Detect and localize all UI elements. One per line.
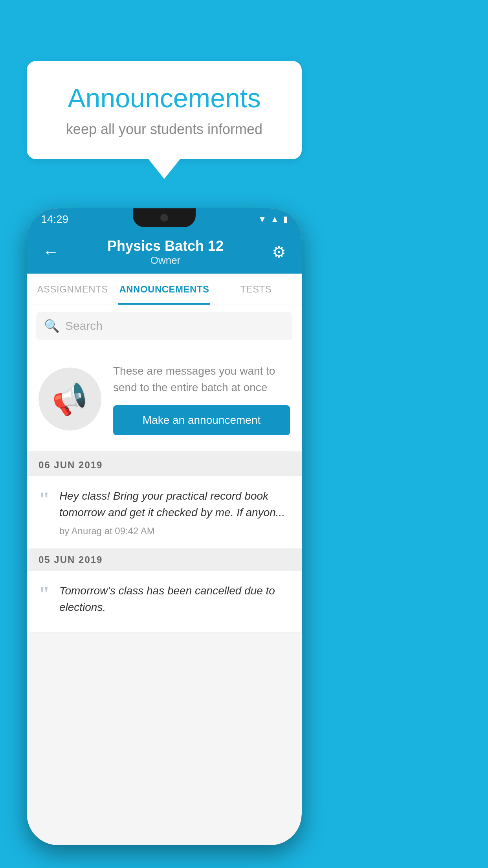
phone-screen: 14:29 ▼ ▲ ▮ ← Physics Batch 12 Owner ⚙ A… (27, 208, 302, 845)
tab-tests[interactable]: TESTS (210, 274, 302, 305)
announcement-content-1: Hey class! Bring your practical record b… (59, 488, 290, 537)
announcement-text-2: Tomorrow's class has been cancelled due … (59, 583, 290, 616)
speech-bubble-container: Announcements keep all your students inf… (27, 61, 302, 179)
speech-bubble-tail (149, 159, 180, 179)
phone-notch (133, 208, 196, 227)
status-time: 14:29 (41, 213, 68, 226)
quote-icon-1: " (39, 489, 50, 510)
speech-bubble: Announcements keep all your students inf… (27, 61, 302, 159)
search-input-wrapper[interactable]: 🔍 Search (36, 312, 292, 340)
back-button[interactable]: ← (39, 239, 63, 265)
megaphone-icon: 📢 (49, 378, 92, 419)
signal-icon: ▲ (270, 214, 279, 224)
promo-right: These are messages you want to send to t… (113, 363, 290, 435)
announcement-content-2: Tomorrow's class has been cancelled due … (59, 583, 290, 620)
make-announcement-button[interactable]: Make an announcement (113, 405, 290, 435)
announcement-meta-1: by Anurag at 09:42 AM (59, 526, 290, 537)
settings-icon[interactable]: ⚙ (268, 239, 290, 265)
camera-dot (160, 214, 168, 222)
battery-icon: ▮ (283, 214, 288, 224)
date-separator-1: 06 JUN 2019 (27, 454, 302, 476)
promo-icon-circle: 📢 (39, 368, 101, 430)
app-bar-title-section: Physics Batch 12 Owner (63, 238, 268, 267)
app-bar: ← Physics Batch 12 Owner ⚙ (27, 230, 302, 274)
promo-description: These are messages you want to send to t… (113, 363, 290, 396)
tab-assignments[interactable]: ASSIGNMENTS (27, 274, 118, 305)
status-icons: ▼ ▲ ▮ (258, 214, 288, 224)
app-bar-title: Physics Batch 12 (63, 238, 268, 254)
search-icon: 🔍 (44, 318, 60, 333)
search-input[interactable]: Search (65, 319, 103, 333)
app-bar-subtitle: Owner (63, 254, 268, 267)
wifi-icon: ▼ (258, 214, 266, 224)
tab-announcements[interactable]: ANNOUNCEMENTS (118, 274, 210, 305)
date-separator-2: 05 JUN 2019 (27, 549, 302, 571)
announcement-item-1: " Hey class! Bring your practical record… (27, 476, 302, 549)
phone-frame: 14:29 ▼ ▲ ▮ ← Physics Batch 12 Owner ⚙ A… (27, 208, 302, 845)
tabs-bar: ASSIGNMENTS ANNOUNCEMENTS TESTS (27, 274, 302, 305)
search-container: 🔍 Search (27, 305, 302, 347)
speech-bubble-title: Announcements (50, 83, 278, 113)
speech-bubble-subtitle: keep all your students informed (50, 121, 278, 138)
quote-icon-2: " (39, 584, 50, 605)
announcement-item-2: " Tomorrow's class has been cancelled du… (27, 571, 302, 633)
announcement-text-1: Hey class! Bring your practical record b… (59, 488, 290, 521)
promo-section: 📢 These are messages you want to send to… (27, 347, 302, 454)
